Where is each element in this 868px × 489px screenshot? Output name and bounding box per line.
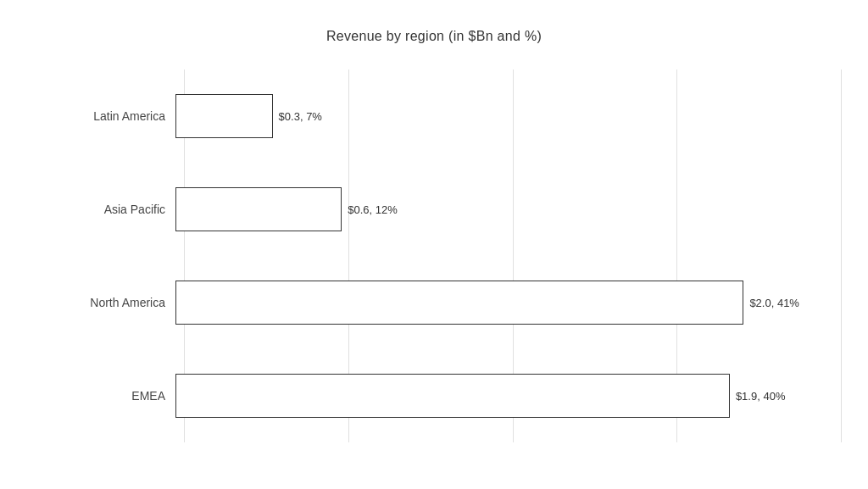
bar-row-emea: EMEA$1.9, 40%: [27, 362, 841, 430]
row-label-latin-america: Latin America: [27, 109, 175, 123]
bar-value-label-asia-pacific: $0.6, 12%: [348, 203, 398, 215]
chart-container: Revenue by region (in $Bn and %) Latin A…: [10, 12, 858, 478]
bar-track-latin-america: $0.3, 7%: [175, 82, 841, 150]
bar-emea: $1.9, 40%: [175, 374, 730, 418]
row-label-emea: EMEA: [27, 389, 175, 403]
bar-track-asia-pacific: $0.6, 12%: [175, 175, 841, 243]
row-label-north-america: North America: [27, 296, 175, 309]
bar-value-label-emea: $1.9, 40%: [736, 389, 786, 402]
bar-row-north-america: North America$2.0, 41%: [27, 269, 841, 336]
grid-line-100: [841, 69, 842, 442]
chart-area: Latin America$0.3, 7%Asia Pacific$0.6, 1…: [27, 69, 841, 442]
bar-track-emea: $1.9, 40%: [175, 362, 841, 430]
bar-north-america: $2.0, 41%: [175, 281, 743, 325]
bar-value-label-north-america: $2.0, 41%: [749, 296, 799, 308]
bar-value-label-latin-america: $0.3, 7%: [279, 109, 322, 122]
bar-latin-america: $0.3, 7%: [175, 94, 273, 138]
bar-track-north-america: $2.0, 41%: [175, 269, 841, 336]
row-label-asia-pacific: Asia Pacific: [27, 203, 175, 216]
bar-asia-pacific: $0.6, 12%: [175, 187, 342, 231]
rows-container: Latin America$0.3, 7%Asia Pacific$0.6, 1…: [27, 69, 841, 442]
chart-title: Revenue by region (in $Bn and %): [27, 29, 841, 44]
bar-row-latin-america: Latin America$0.3, 7%: [27, 82, 841, 150]
bar-row-asia-pacific: Asia Pacific$0.6, 12%: [27, 175, 841, 243]
